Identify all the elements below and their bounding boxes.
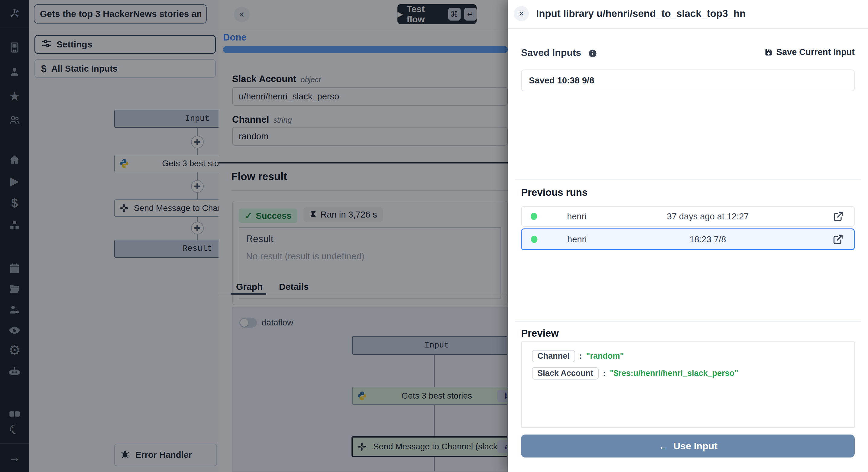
- use-input-button[interactable]: ← Use Input: [521, 435, 855, 458]
- preview-heading: Preview: [521, 327, 559, 339]
- preview-entry-slack-account: Slack Account : "$res:u/henri/henri_slac…: [532, 367, 844, 380]
- preview-value: "random": [586, 351, 624, 361]
- saved-input-item[interactable]: Saved 10:38 9/8: [521, 69, 855, 91]
- drawer-divider-2: [515, 321, 861, 321]
- external-link-icon[interactable]: [833, 234, 843, 245]
- run-time: 18:23 7/8: [689, 234, 726, 245]
- save-icon: [764, 48, 773, 57]
- preview-key: Slack Account: [532, 367, 599, 380]
- app-root: ★ ▶ $: [0, 0, 868, 472]
- close-icon: ×: [519, 8, 524, 19]
- preview-entry-channel: Channel : "random": [532, 350, 844, 362]
- external-link-icon[interactable]: [833, 211, 844, 222]
- saved-inputs-heading: Saved Inputs: [521, 47, 597, 58]
- run-status-dot: [531, 213, 537, 220]
- drawer-divider-1: [515, 179, 861, 180]
- drawer-backdrop[interactable]: [0, 0, 508, 472]
- input-library-drawer: × Input library u/henri/send_to_slack_to…: [508, 0, 868, 472]
- preview-value: "$res:u/henri/henri_slack_perso": [610, 369, 738, 378]
- run-user: henri: [567, 234, 587, 245]
- save-current-input-button[interactable]: Save Current Input: [764, 47, 855, 57]
- close-drawer-button[interactable]: ×: [514, 6, 529, 21]
- arrow-left-icon: ←: [658, 440, 669, 452]
- run-status-dot: [531, 236, 537, 243]
- previous-run-row-1[interactable]: henri 37 days ago at 12:27: [521, 206, 855, 227]
- previous-run-row-2[interactable]: henri 18:23 7/8: [521, 228, 855, 250]
- colon: :: [579, 351, 582, 361]
- run-time: 37 days ago at 12:27: [667, 212, 749, 221]
- colon: :: [603, 369, 606, 378]
- drawer-title: Input library u/henri/send_to_slack_top3…: [536, 8, 746, 19]
- info-icon[interactable]: [588, 49, 597, 58]
- preview-key: Channel: [532, 350, 575, 362]
- saved-input-label: Saved 10:38 9/8: [529, 75, 594, 86]
- previous-runs-heading: Previous runs: [521, 187, 588, 198]
- preview-box: Channel : "random" Slack Account : "$res…: [521, 342, 855, 428]
- drawer-header: × Input library u/henri/send_to_slack_to…: [508, 0, 868, 29]
- run-user: henri: [567, 212, 587, 221]
- use-input-label: Use Input: [673, 441, 717, 452]
